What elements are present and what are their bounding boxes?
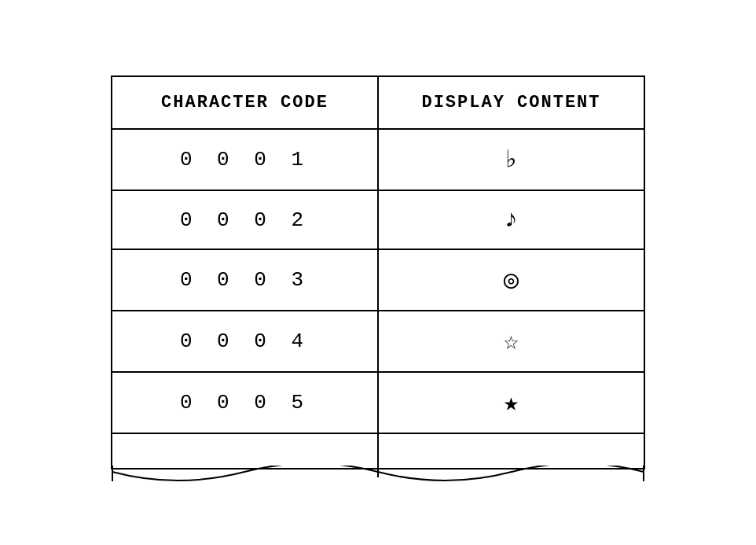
display-cell-star-outline: ☆ bbox=[378, 311, 644, 372]
display-cell-bullseye: ◎ bbox=[378, 249, 644, 311]
header-display-content: DISPLAY CONTENT bbox=[378, 76, 644, 129]
table-row: 0 0 0 4☆ bbox=[112, 311, 644, 372]
display-cell-flat-symbol: ♭ bbox=[378, 129, 644, 190]
empty-row bbox=[112, 433, 644, 469]
code-cell: 0 0 0 3 bbox=[112, 249, 378, 311]
header-character-code: CHARACTER CODE bbox=[112, 76, 378, 129]
table-row: 0 0 0 1♭ bbox=[112, 129, 644, 190]
code-cell: 0 0 0 1 bbox=[112, 129, 378, 190]
main-table: CHARACTER CODE DISPLAY CONTENT 0 0 0 1♭0… bbox=[111, 75, 645, 470]
empty-cell-left bbox=[112, 433, 378, 469]
table-row: 0 0 0 3◎ bbox=[112, 249, 644, 311]
table-row: 0 0 0 5★ bbox=[112, 372, 644, 433]
table-header-row: CHARACTER CODE DISPLAY CONTENT bbox=[112, 76, 644, 129]
table-row: 0 0 0 2♪ bbox=[112, 190, 644, 249]
code-cell: 0 0 0 5 bbox=[112, 372, 378, 433]
display-cell-star-filled: ★ bbox=[378, 372, 644, 433]
code-cell: 0 0 0 4 bbox=[112, 311, 378, 372]
display-cell-music-note: ♪ bbox=[378, 190, 644, 249]
code-cell: 0 0 0 2 bbox=[112, 190, 378, 249]
character-code-table: CHARACTER CODE DISPLAY CONTENT 0 0 0 1♭0… bbox=[111, 75, 645, 470]
empty-cell-right bbox=[378, 433, 644, 469]
wave-decoration bbox=[109, 466, 647, 493]
